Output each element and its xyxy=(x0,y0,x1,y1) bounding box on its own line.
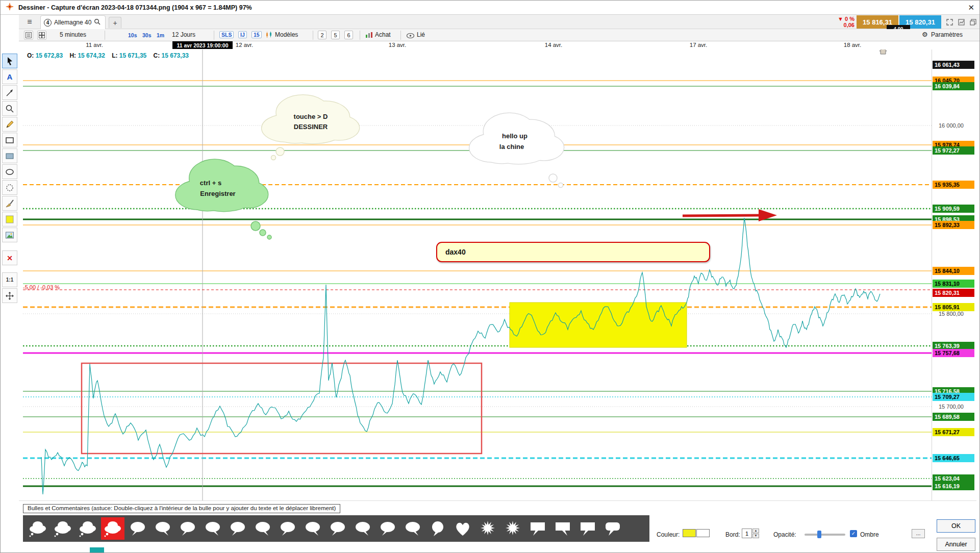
scale-1-1-tool[interactable]: 1:1 xyxy=(2,272,17,287)
border-width-spinner[interactable]: ▲▼ xyxy=(752,529,759,538)
price-level-label: 15 689,58 xyxy=(933,413,974,421)
change-value: 0,06 xyxy=(830,22,855,28)
gear-icon[interactable]: ⚙ xyxy=(922,31,928,38)
15-button[interactable]: 15 xyxy=(252,31,262,38)
bubble-shape-ellipse-5[interactable] xyxy=(151,517,174,540)
bubble-shape-heart-17[interactable] xyxy=(451,517,474,540)
red-range-rectangle[interactable] xyxy=(82,363,482,454)
more-options-button[interactable]: ... xyxy=(912,529,925,538)
layout-grid-icon[interactable] xyxy=(37,31,46,40)
color-swatch-tool[interactable] xyxy=(2,212,17,227)
parametres-button[interactable]: Paramètres xyxy=(931,31,963,38)
bubble-shape-ellipse-4[interactable] xyxy=(126,517,149,540)
bubble-shape-rect-round-23[interactable] xyxy=(601,517,624,540)
opacity-slider-thumb[interactable] xyxy=(817,531,821,538)
bubble-shape-cloud-0[interactable] xyxy=(26,517,49,540)
ellipse-tool[interactable] xyxy=(2,164,17,179)
layout-5-button[interactable]: 5 xyxy=(331,31,340,39)
dashed-circle-tool[interactable] xyxy=(2,180,17,195)
lie-button[interactable]: Lié xyxy=(417,31,425,38)
color-label: Couleur: xyxy=(657,531,680,538)
timeframe-30s-button[interactable]: 30s xyxy=(142,32,152,38)
filled-rectangle-tool[interactable] xyxy=(2,148,17,163)
bubble-shape-ellipse-14[interactable] xyxy=(376,517,399,540)
timeframe-10s-button[interactable]: 10s xyxy=(128,32,137,38)
bubble-shape-rect-20[interactable] xyxy=(526,517,549,540)
cloud-hello-chine[interactable]: hello upla chine xyxy=(469,113,564,188)
timeframe-1m-button[interactable]: 1m xyxy=(157,32,164,38)
image-tool[interactable] xyxy=(2,228,17,242)
layout-2-button[interactable]: 2 xyxy=(318,31,326,39)
pan-tool[interactable] xyxy=(2,288,17,303)
opacity-slider-track[interactable] xyxy=(805,534,845,536)
bubble-shape-circle-16[interactable] xyxy=(426,517,449,540)
delete-tool[interactable]: ✕ xyxy=(2,250,17,265)
price-level-label: 15 616,19 xyxy=(933,482,974,490)
bubble-shape-ellipse-12[interactable] xyxy=(326,517,349,540)
percent-change: ▼ 0 % xyxy=(830,16,855,22)
range-selector[interactable]: 12 Jours xyxy=(172,31,195,38)
bubble-shape-ellipse-9[interactable] xyxy=(251,517,274,540)
list-view-icon[interactable] xyxy=(24,31,33,40)
red-arrow-annotation[interactable] xyxy=(683,209,777,221)
rectangle-tool[interactable] xyxy=(2,133,17,147)
timeframe-selector[interactable]: 5 minutes xyxy=(60,31,86,38)
sls-button[interactable]: SLS xyxy=(219,31,234,38)
bubble-shape-ellipse-6[interactable] xyxy=(176,517,199,540)
bubble-shape-ellipse-15[interactable] xyxy=(401,517,424,540)
bubble-shape-burst-18[interactable] xyxy=(476,517,499,540)
pencil-tool[interactable] xyxy=(2,117,17,132)
price-level-label: 16 045,70 xyxy=(933,77,974,85)
dax40-callout[interactable]: dax40 xyxy=(436,242,710,262)
spinner-up-icon[interactable]: ▲ xyxy=(752,529,759,533)
bubble-shape-rect-21[interactable] xyxy=(551,517,574,540)
border-width-input[interactable] xyxy=(742,529,752,538)
spinner-down-icon[interactable]: ▼ xyxy=(752,534,759,538)
price-level-label: 15 892,33 xyxy=(933,221,974,229)
price-level-label: 15 972,27 xyxy=(933,146,974,155)
achat-button[interactable]: Achat xyxy=(375,31,391,38)
cloud-text: hello up xyxy=(502,132,527,140)
secondary-color-swatch[interactable] xyxy=(696,529,710,537)
modeles-button[interactable]: Modèles xyxy=(275,31,298,38)
ok-button[interactable]: OK xyxy=(937,519,975,533)
ij-button[interactable]: IJ xyxy=(238,31,247,38)
price-level-label: 15 623,04 xyxy=(933,474,974,483)
cloud-draw-shortcut[interactable]: touche > DDESSINER xyxy=(262,95,359,160)
cursor-tool[interactable] xyxy=(2,54,17,68)
daily-change: ▼ 0 % 0,06 xyxy=(830,16,855,28)
window-titlebar: Dessiner - Capture d'écran 2023-04-18 07… xyxy=(1,1,979,15)
cloud-text: la chine xyxy=(499,143,524,150)
instrument-tab[interactable]: 4 Allemagne 40 xyxy=(40,15,106,29)
bubble-shape-ellipse-7[interactable] xyxy=(201,517,224,540)
bubble-shape-cloud-3[interactable] xyxy=(101,517,124,540)
bubble-shape-cloud-2[interactable] xyxy=(76,517,99,540)
chart-canvas[interactable]: touche > DDESSINERhello upla chinectrl +… xyxy=(1,1,980,553)
date-tick: 18 avr. xyxy=(844,42,862,48)
line-tool[interactable] xyxy=(2,85,17,100)
float-window-icon[interactable] xyxy=(969,18,977,26)
shadow-checkbox[interactable]: ✓ xyxy=(850,530,857,537)
date-tick: 12 avr. xyxy=(236,42,254,48)
bubble-shape-burst-19[interactable] xyxy=(501,517,524,540)
bubble-shape-rect-22[interactable] xyxy=(576,517,599,540)
bubble-shape-ellipse-10[interactable] xyxy=(276,517,299,540)
bubble-shape-cloud-1[interactable] xyxy=(51,517,74,540)
brush-tool[interactable] xyxy=(2,196,17,211)
fill-color-swatch[interactable] xyxy=(683,529,696,537)
zoom-tool[interactable] xyxy=(2,101,17,116)
layout-6-button[interactable]: 6 xyxy=(344,31,353,39)
bubble-shape-ellipse-8[interactable] xyxy=(226,517,249,540)
bubble-shape-ellipse-13[interactable] xyxy=(351,517,374,540)
search-icon[interactable] xyxy=(94,18,100,27)
window-close-button[interactable]: ✕ xyxy=(968,4,974,11)
cancel-button[interactable]: Annuler xyxy=(937,538,975,551)
main-menu-button[interactable]: ≡ xyxy=(23,16,36,28)
chart-window-icon[interactable] xyxy=(957,18,965,26)
cloud-save-shortcut[interactable]: ctrl + sEnregistrer xyxy=(175,160,271,239)
expand-icon[interactable] xyxy=(945,18,953,26)
bubble-shape-ellipse-11[interactable] xyxy=(301,517,324,540)
add-tab-button[interactable]: + xyxy=(109,17,121,28)
yellow-highlight-rectangle[interactable] xyxy=(510,303,687,347)
text-tool[interactable]: A xyxy=(2,69,17,84)
